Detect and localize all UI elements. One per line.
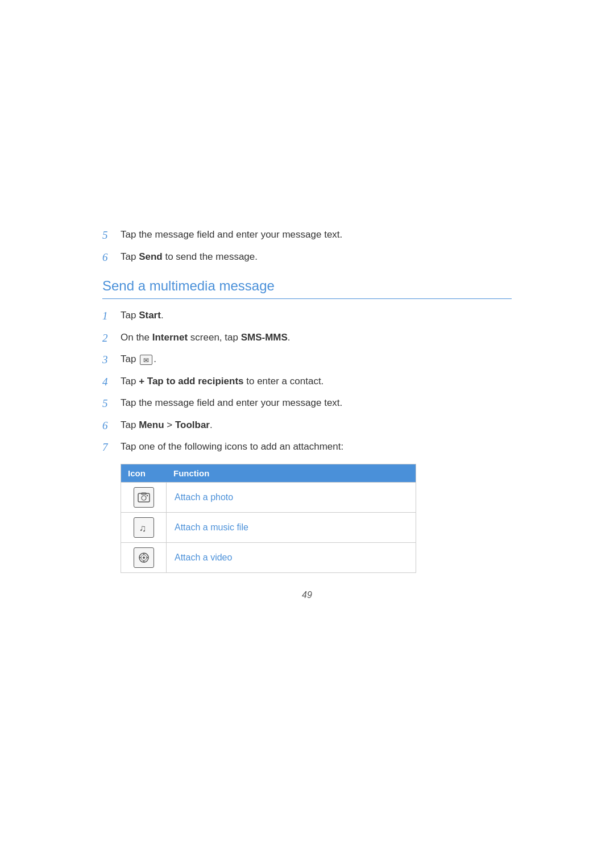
section-step-3: 3 Tap ✉. [102, 352, 512, 368]
content-area: 5 Tap the message field and enter your m… [0, 0, 614, 657]
section-step-4: 4 Tap + Tap to add recipients to enter a… [102, 374, 512, 391]
section-step-1: 1 Tap Start. [102, 308, 512, 325]
table-header: Icon Function [121, 464, 416, 482]
section-step-5: 5 Tap the message field and enter your m… [102, 396, 512, 412]
icon-cell-photo [121, 483, 167, 512]
photo-icon [134, 487, 154, 508]
step-number-s6: 6 [102, 418, 121, 434]
step-text-s2: On the Internet screen, tap SMS-MMS. [121, 330, 512, 345]
step-text-s5: Tap the message field and enter your mes… [121, 396, 512, 410]
function-cell-music: Attach a music file [167, 513, 416, 542]
icon-function-table: Icon Function Attach a photo [121, 464, 416, 573]
table-row-video: Attach a video [121, 542, 416, 572]
header-function-col: Function [167, 464, 416, 482]
table-row-photo: Attach a photo [121, 482, 416, 512]
step-number-s7: 7 [102, 439, 121, 456]
video-icon [134, 547, 154, 568]
svg-point-1 [142, 496, 146, 500]
step-number-s5: 5 [102, 396, 121, 412]
step-text-6: Tap Send to send the message. [121, 250, 512, 264]
section-step-2: 2 On the Internet screen, tap SMS-MMS. [102, 330, 512, 347]
function-cell-video: Attach a video [167, 543, 416, 572]
svg-point-7 [143, 556, 145, 559]
function-cell-photo: Attach a photo [167, 483, 416, 512]
pre-step-6: 6 Tap Send to send the message. [102, 250, 512, 266]
section-step-6: 6 Tap Menu > Toolbar. [102, 418, 512, 434]
step-number-s2: 2 [102, 330, 121, 347]
step-text-s3: Tap ✉. [121, 352, 512, 367]
svg-text:♫: ♫ [139, 523, 147, 534]
icon-cell-music: ♫ [121, 513, 167, 542]
section-heading: Send a multimedia message [102, 278, 512, 299]
music-icon: ♫ [134, 517, 154, 538]
step-number-s4: 4 [102, 374, 121, 391]
table-row-music: ♫ Attach a music file [121, 512, 416, 542]
header-icon-col: Icon [121, 464, 167, 482]
step-number-5: 5 [102, 227, 121, 244]
compose-icon: ✉ [140, 355, 152, 365]
step-text-s4: Tap + Tap to add recipients to enter a c… [121, 374, 512, 389]
step-text-s6: Tap Menu > Toolbar. [121, 418, 512, 433]
icon-cell-video [121, 543, 167, 572]
page-number: 49 [102, 590, 512, 600]
pre-step-5: 5 Tap the message field and enter your m… [102, 227, 512, 244]
step-text-5: Tap the message field and enter your mes… [121, 227, 512, 242]
step-text-s7: Tap one of the following icons to add an… [121, 439, 512, 454]
step-number-6: 6 [102, 250, 121, 266]
step-number-s3: 3 [102, 352, 121, 368]
svg-point-3 [146, 495, 147, 496]
page-container: 5 Tap the message field and enter your m… [0, 0, 614, 868]
step-text-s1: Tap Start. [121, 308, 512, 323]
step-number-s1: 1 [102, 308, 121, 325]
section-step-7: 7 Tap one of the following icons to add … [102, 439, 512, 456]
